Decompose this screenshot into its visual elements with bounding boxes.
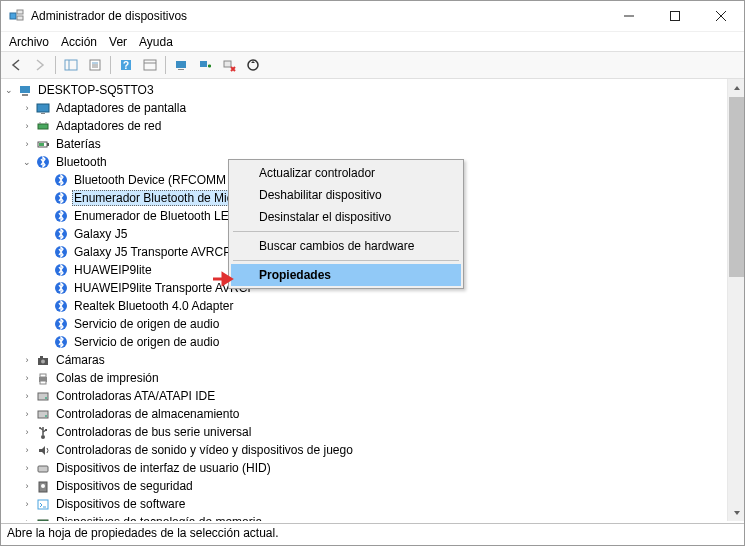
hid-icon — [35, 460, 51, 476]
forward-button[interactable] — [29, 54, 51, 76]
menu-bar: Archivo Acción Ver Ayuda — [1, 31, 744, 51]
storage-icon — [35, 388, 51, 404]
tree-device[interactable]: Servicio de origen de audio — [1, 315, 726, 333]
tree-category[interactable]: ›Controladoras de almacenamiento — [1, 405, 726, 423]
svg-rect-47 — [40, 374, 46, 377]
context-menu-item[interactable]: Deshabilitar dispositivo — [231, 184, 461, 206]
context-menu-item[interactable]: Buscar cambios de hardware — [231, 235, 461, 257]
tree-category[interactable]: ›Baterías — [1, 135, 726, 153]
back-button[interactable] — [5, 54, 27, 76]
svg-point-55 — [39, 427, 41, 429]
svg-rect-15 — [144, 60, 156, 70]
expander-icon[interactable]: › — [21, 373, 33, 383]
tree-node-label: Baterías — [54, 137, 103, 151]
svg-rect-25 — [41, 113, 45, 114]
scan-hardware-icon[interactable] — [170, 54, 192, 76]
uninstall-device-icon[interactable] — [218, 54, 240, 76]
svg-text:?: ? — [123, 60, 129, 71]
close-button[interactable] — [698, 1, 744, 31]
tree-category[interactable]: ›Dispositivos de software — [1, 495, 726, 513]
status-text: Abre la hoja de propiedades de la selecc… — [7, 526, 279, 540]
context-menu-item-label: Actualizar controlador — [259, 166, 375, 180]
tree-category[interactable]: ›Dispositivos de seguridad — [1, 477, 726, 495]
svg-rect-0 — [10, 13, 16, 19]
tree-category[interactable]: ›Controladoras ATA/ATAPI IDE — [1, 387, 726, 405]
scroll-up-arrow[interactable] — [728, 79, 744, 96]
tree-node-label: Galaxy J5 Transporte AVRCP — [72, 245, 233, 259]
expander-icon[interactable]: › — [21, 463, 33, 473]
update-driver-icon[interactable] — [242, 54, 264, 76]
tree-category[interactable]: ›Controladoras de bus serie universal — [1, 423, 726, 441]
expander-icon[interactable]: › — [21, 427, 33, 437]
memory-icon — [35, 514, 51, 521]
device-tree[interactable]: ⌄DESKTOP-SQ5TTO3›Adaptadores de pantalla… — [1, 79, 726, 521]
svg-rect-1 — [17, 10, 23, 14]
expander-icon[interactable]: ⌄ — [21, 157, 33, 167]
context-menu: Actualizar controladorDeshabilitar dispo… — [228, 159, 464, 289]
expander-icon[interactable]: › — [21, 103, 33, 113]
tree-device[interactable]: Realtek Bluetooth 4.0 Adapter — [1, 297, 726, 315]
context-menu-item[interactable]: Actualizar controlador — [231, 162, 461, 184]
expander-icon[interactable]: ⌄ — [3, 85, 15, 95]
tree-node-label: Dispositivos de interfaz de usuario (HID… — [54, 461, 273, 475]
tree-category[interactable]: ›Colas de impresión — [1, 369, 726, 387]
svg-rect-57 — [38, 466, 48, 472]
tree-category[interactable]: ›Adaptadores de pantalla — [1, 99, 726, 117]
help-icon[interactable]: ? — [115, 54, 137, 76]
svg-point-52 — [45, 415, 47, 417]
status-bar: Abre la hoja de propiedades de la selecc… — [1, 523, 744, 545]
tree-device[interactable]: Servicio de origen de audio — [1, 333, 726, 351]
bluetooth-icon — [53, 172, 69, 188]
properties-icon[interactable] — [84, 54, 106, 76]
expander-icon[interactable]: › — [21, 391, 33, 401]
expander-icon[interactable]: › — [21, 517, 33, 521]
tree-node-label: Galaxy J5 — [72, 227, 129, 241]
separator — [110, 56, 111, 74]
network-icon — [35, 118, 51, 134]
tree-node-label: Dispositivos de software — [54, 497, 187, 511]
expander-icon[interactable]: › — [21, 355, 33, 365]
menu-action[interactable]: Acción — [61, 32, 97, 51]
minimize-button[interactable] — [606, 1, 652, 31]
vertical-scrollbar[interactable] — [727, 79, 744, 521]
tree-category[interactable]: ›Adaptadores de red — [1, 117, 726, 135]
expander-icon[interactable]: › — [21, 121, 33, 131]
tree-root[interactable]: ⌄DESKTOP-SQ5TTO3 — [1, 81, 726, 99]
tree-category[interactable]: ›Dispositivos de tecnología de memoria — [1, 513, 726, 521]
printer-icon — [35, 370, 51, 386]
tree-category[interactable]: ›Cámaras — [1, 351, 726, 369]
add-legacy-hardware-icon[interactable] — [194, 54, 216, 76]
menu-help[interactable]: Ayuda — [139, 32, 173, 51]
svg-rect-20 — [224, 61, 231, 67]
tree-node-label: Cámaras — [54, 353, 107, 367]
tree-category[interactable]: ›Controladoras de sonido y vídeo y dispo… — [1, 441, 726, 459]
security-icon — [35, 478, 51, 494]
svg-rect-48 — [40, 381, 46, 384]
expander-icon[interactable]: › — [21, 139, 33, 149]
tree-category[interactable]: ›Dispositivos de interfaz de usuario (HI… — [1, 459, 726, 477]
scroll-thumb[interactable] — [729, 97, 744, 277]
menu-file[interactable]: Archivo — [9, 32, 49, 51]
tree-node-label: Dispositivos de seguridad — [54, 479, 195, 493]
tree-node-label: Dispositivos de tecnología de memoria — [54, 515, 264, 521]
scroll-down-arrow[interactable] — [728, 504, 744, 521]
sound-icon — [35, 442, 51, 458]
show-hide-console-tree-icon[interactable] — [60, 54, 82, 76]
software-icon — [35, 496, 51, 512]
context-menu-item-label: Buscar cambios de hardware — [259, 239, 414, 253]
bluetooth-icon — [53, 262, 69, 278]
app-icon — [9, 8, 25, 24]
expander-icon[interactable]: › — [21, 481, 33, 491]
menu-view[interactable]: Ver — [109, 32, 127, 51]
context-menu-item[interactable]: Propiedades — [231, 264, 461, 286]
maximize-button[interactable] — [652, 1, 698, 31]
expander-icon[interactable]: › — [21, 445, 33, 455]
action-icon[interactable] — [139, 54, 161, 76]
expander-icon[interactable]: › — [21, 499, 33, 509]
expander-icon[interactable]: › — [21, 409, 33, 419]
context-menu-item[interactable]: Desinstalar el dispositivo — [231, 206, 461, 228]
menu-separator — [233, 260, 459, 261]
svg-rect-19 — [200, 61, 207, 67]
svg-rect-26 — [38, 124, 48, 129]
svg-rect-4 — [671, 12, 680, 21]
